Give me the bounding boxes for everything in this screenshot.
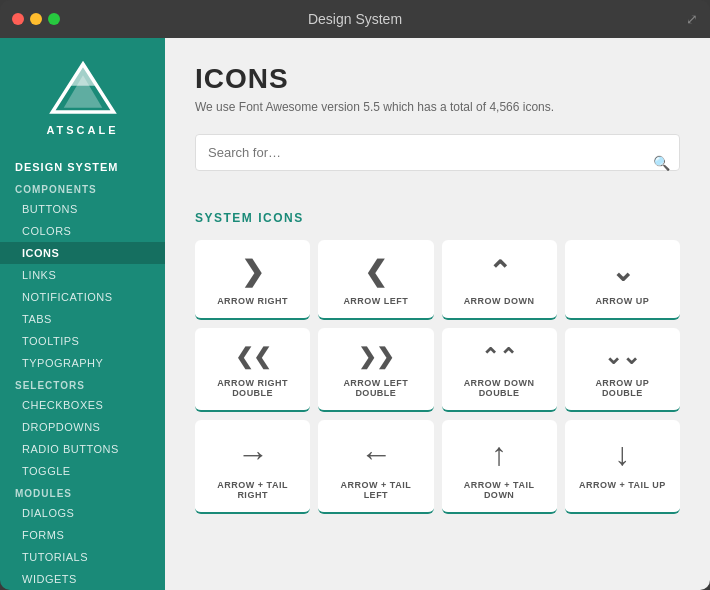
arrow-left-double-label: ARROW LEFT DOUBLE	[328, 378, 423, 398]
page-title: ICONS	[195, 63, 680, 95]
arrow-left-double-icon: ❯❯	[358, 346, 394, 368]
arrow-left-icon: ❮	[364, 258, 387, 286]
arrow-down-label: ARROW DOWN	[464, 296, 535, 306]
sidebar-item-dialogs[interactable]: DIALOGS	[0, 502, 165, 524]
arrow-tail-right-icon: →	[237, 438, 269, 470]
icon-card-arrow-right: ❯ ARROW RIGHT	[195, 240, 310, 320]
search-wrapper: 🔍	[195, 134, 680, 191]
sidebar-item-radio-buttons[interactable]: RADIO BUTTONS	[0, 438, 165, 460]
sidebar-item-icons[interactable]: ICONS	[0, 242, 165, 264]
sidebar-section-modules: Modules	[0, 482, 165, 502]
icon-card-arrow-left-double: ❯❯ ARROW LEFT DOUBLE	[318, 328, 433, 412]
arrow-tail-down-label: ARROW + TAIL DOWN	[452, 480, 547, 500]
close-button[interactable]	[12, 13, 24, 25]
icon-card-arrow-tail-left: ← ARROW + TAIL LEFT	[318, 420, 433, 514]
arrow-right-double-label: ARROW RIGHT DOUBLE	[205, 378, 300, 398]
page-subtitle: We use Font Awesome version 5.5 which ha…	[195, 100, 680, 114]
svg-marker-2	[69, 64, 95, 86]
titlebar: Design System ⤢	[0, 0, 710, 38]
atscale-logo	[48, 58, 118, 118]
arrow-right-double-icon: ❮❮	[235, 346, 271, 368]
sidebar-item-checkboxes[interactable]: CHECKBOXES	[0, 394, 165, 416]
design-system-label: DESIGN SYSTEM	[0, 151, 165, 178]
icon-card-arrow-tail-down: ↑ ARROW + TAIL DOWN	[442, 420, 557, 514]
sidebar-item-typography[interactable]: TYPOGRAPHY	[0, 352, 165, 374]
sidebar: ATSCALE DESIGN SYSTEM Components BUTTONS…	[0, 38, 165, 590]
icon-card-arrow-tail-right: → ARROW + TAIL RIGHT	[195, 420, 310, 514]
arrow-left-label: ARROW LEFT	[343, 296, 408, 306]
icon-card-arrow-right-double: ❮❮ ARROW RIGHT DOUBLE	[195, 328, 310, 412]
arrow-tail-right-label: ARROW + TAIL RIGHT	[205, 480, 300, 500]
traffic-lights	[12, 13, 60, 25]
arrow-right-label: ARROW RIGHT	[217, 296, 288, 306]
main-content: ICONS We use Font Awesome version 5.5 wh…	[165, 38, 710, 590]
icon-card-arrow-left: ❮ ARROW LEFT	[318, 240, 433, 320]
arrow-up-icon: ⌄	[611, 258, 634, 286]
logo-area: ATSCALE	[0, 38, 165, 151]
sidebar-item-dropdowns[interactable]: DROPDOWNS	[0, 416, 165, 438]
app-window: Design System ⤢ ATSCALE DESIGN SYSTEM Co…	[0, 0, 710, 590]
arrow-up-double-label: ARROW UP DOUBLE	[575, 378, 670, 398]
icon-card-arrow-up-double: ⌄⌄ ARROW UP DOUBLE	[565, 328, 680, 412]
logo-text: ATSCALE	[46, 124, 118, 136]
expand-icon[interactable]: ⤢	[686, 11, 698, 27]
search-input[interactable]	[195, 134, 680, 171]
arrow-down-icon: ⌃	[488, 258, 511, 286]
arrow-up-double-icon: ⌄⌄	[604, 346, 640, 368]
icons-grid: ❯ ARROW RIGHT ❮ ARROW LEFT ⌃ ARROW DOWN …	[195, 240, 680, 514]
maximize-button[interactable]	[48, 13, 60, 25]
sidebar-item-links[interactable]: LINKS	[0, 264, 165, 286]
minimize-button[interactable]	[30, 13, 42, 25]
icon-card-arrow-up: ⌄ ARROW UP	[565, 240, 680, 320]
arrow-tail-up-label: ARROW + TAIL UP	[579, 480, 666, 490]
sidebar-item-tooltips[interactable]: TOOLTIPS	[0, 330, 165, 352]
section-label: SYSTEM ICONS	[195, 211, 680, 225]
search-icon: 🔍	[653, 155, 670, 171]
sidebar-item-forms[interactable]: FORMS	[0, 524, 165, 546]
arrow-tail-up-icon: ↓	[614, 438, 630, 470]
page-header: ICONS We use Font Awesome version 5.5 wh…	[165, 38, 710, 134]
content-area: 🔍 SYSTEM ICONS ❯ ARROW RIGHT ❮ ARROW LEF…	[165, 134, 710, 534]
arrow-tail-down-icon: ↑	[491, 438, 507, 470]
sidebar-item-buttons[interactable]: BUTTONS	[0, 198, 165, 220]
sidebar-item-tabs[interactable]: TABS	[0, 308, 165, 330]
icon-card-arrow-down-double: ⌃⌃ ARROW DOWN DOUBLE	[442, 328, 557, 412]
sidebar-section-selectors: Selectors	[0, 374, 165, 394]
sidebar-item-widgets[interactable]: WIDGETS	[0, 568, 165, 590]
sidebar-section-components: Components	[0, 178, 165, 198]
sidebar-item-colors[interactable]: COLORS	[0, 220, 165, 242]
arrow-tail-left-icon: ←	[360, 438, 392, 470]
window-title: Design System	[308, 11, 402, 27]
sidebar-item-toggle[interactable]: TOGGLE	[0, 460, 165, 482]
arrow-tail-left-label: ARROW + TAIL LEFT	[328, 480, 423, 500]
icon-card-arrow-tail-up: ↓ ARROW + TAIL UP	[565, 420, 680, 514]
arrow-up-label: ARROW UP	[595, 296, 649, 306]
sidebar-item-notifications[interactable]: NOTIFICATIONS	[0, 286, 165, 308]
arrow-down-double-icon: ⌃⌃	[481, 346, 517, 368]
arrow-right-icon: ❯	[241, 258, 264, 286]
app-body: ATSCALE DESIGN SYSTEM Components BUTTONS…	[0, 38, 710, 590]
arrow-down-double-label: ARROW DOWN DOUBLE	[452, 378, 547, 398]
sidebar-item-tutorials[interactable]: TUTORIALS	[0, 546, 165, 568]
icon-card-arrow-down: ⌃ ARROW DOWN	[442, 240, 557, 320]
